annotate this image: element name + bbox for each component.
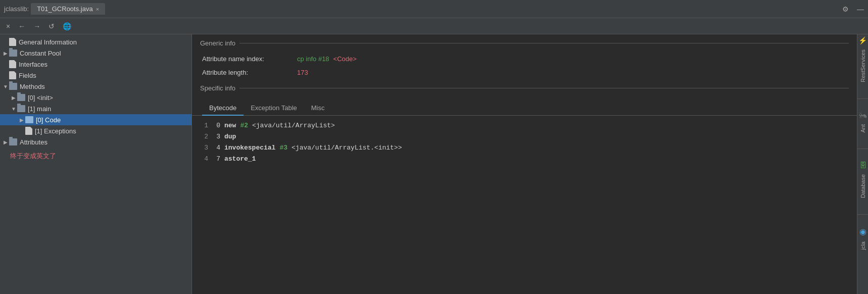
code-icon	[25, 116, 33, 123]
lightning-icon: ⚡	[858, 36, 867, 44]
tree-arrow-constant-pool: ▶	[2, 51, 9, 56]
sidebar-divider-2	[857, 149, 868, 149]
right-sidebar: ⚡ RestServices 🐜 Ant 🗄 Database ◉ jcla	[857, 34, 868, 294]
attribute-name-tag: <Code>	[333, 55, 357, 63]
title-tab[interactable]: T01_GCRoots.java ×	[31, 3, 105, 15]
tree-label-exceptions: [1] Exceptions	[35, 127, 76, 135]
line-num-1: 1	[200, 122, 208, 129]
minimize-icon[interactable]: —	[857, 5, 864, 13]
attribute-length-label: Attribute length:	[202, 69, 293, 76]
sidebar-divider-1	[857, 99, 868, 99]
tree-arrow-main: ▼	[10, 106, 17, 112]
main-content: General Information ▶ Constant Pool Inte…	[0, 34, 868, 294]
folder-icon-main	[17, 105, 25, 112]
toolbar: × ← → ↺ 🌐	[0, 18, 868, 34]
page-icon-general-info	[9, 38, 16, 46]
database-icon: 🗄	[859, 161, 866, 169]
generic-info-label: Generic info	[200, 39, 235, 47]
tab-close-button[interactable]: ×	[96, 6, 99, 12]
ant-icon: 🐜	[858, 111, 867, 119]
sidebar-label-ant[interactable]: Ant	[859, 120, 867, 137]
tab-filename: T01_GCRoots.java	[37, 5, 93, 13]
page-icon-interfaces	[9, 60, 16, 68]
tree-item-methods[interactable]: ▼ Methods	[0, 81, 191, 92]
title-bar-controls: ⚙ —	[842, 5, 864, 13]
folder-icon-methods	[9, 83, 17, 90]
tree-item-exceptions[interactable]: [1] Exceptions	[0, 125, 191, 136]
comment-text: 终于变成英文了	[0, 148, 191, 165]
sidebar-label-jclasslib[interactable]: jcla	[859, 237, 867, 254]
specific-info-header: Specific info	[192, 79, 857, 97]
tree-item-init[interactable]: ▶ [0] <init>	[0, 92, 191, 103]
folder-icon-init	[17, 94, 25, 101]
operand-plain-3: <java/util/ArrayList.<init>>	[292, 144, 402, 152]
offset-2: 3	[212, 133, 220, 140]
tree-label-constant-pool: Constant Pool	[20, 50, 61, 57]
attribute-length-row: Attribute length: 173	[192, 66, 857, 79]
folder-icon-attributes	[9, 138, 17, 145]
tree-arrow-attributes: ▶	[2, 139, 9, 145]
opcode-3: invokespecial	[224, 144, 275, 152]
tab-bytecode[interactable]: Bytecode	[202, 101, 244, 116]
close-button[interactable]: ×	[4, 21, 12, 31]
left-panel: General Information ▶ Constant Pool Inte…	[0, 34, 192, 294]
back-button[interactable]: ←	[16, 21, 27, 31]
operand-green-3: #3	[279, 144, 287, 152]
tree-label-attributes: Attributes	[20, 138, 47, 146]
specific-info-label: Specific info	[200, 84, 235, 92]
attribute-length-value: 173	[297, 69, 308, 76]
tree-label-code: [0] Code	[36, 116, 61, 124]
tab-misc[interactable]: Misc	[304, 101, 332, 116]
tree-label-methods: Methods	[20, 83, 45, 90]
tree-item-fields[interactable]: Fields	[0, 70, 191, 81]
right-panel: Generic info Attribute name index: cp in…	[192, 34, 857, 294]
operand-plain-1: <java/util/ArrayList>	[252, 122, 335, 129]
page-icon-fields	[9, 71, 16, 79]
code-line-2: 2 3 dup	[200, 131, 849, 142]
opcode-1: new	[224, 122, 236, 129]
app-name: jclasslib:	[4, 5, 29, 13]
tree-arrow-methods: ▼	[2, 84, 9, 89]
tree-arrow-code: ▶	[18, 117, 25, 123]
line-num-4: 4	[200, 155, 208, 163]
tree-arrow-init: ▶	[10, 95, 17, 101]
sidebar-label-database[interactable]: Database	[859, 170, 867, 202]
line-num-3: 3	[200, 144, 208, 152]
code-line-3: 3 4 invokespecial #3 <java/util/ArrayLis…	[200, 142, 849, 153]
tabs-row: Bytecode Exception Table Misc	[192, 101, 857, 116]
attribute-name-row: Attribute name index: cp info #18 <Code>	[192, 52, 857, 66]
tree-item-main[interactable]: ▼ [1] main	[0, 103, 191, 114]
sidebar-ant[interactable]: 🐜 Ant	[858, 111, 867, 137]
line-num-2: 2	[200, 133, 208, 140]
sidebar-database[interactable]: 🗄 Database	[859, 161, 867, 202]
tab-exception-table[interactable]: Exception Table	[244, 101, 304, 116]
opcode-2: dup	[224, 133, 236, 140]
opcode-4: astore_1	[224, 155, 256, 163]
tree-item-code[interactable]: ▶ [0] Code	[0, 114, 191, 125]
attribute-name-label: Attribute name index:	[202, 55, 293, 63]
jclasslib-icon: ◉	[859, 227, 866, 236]
page-icon-exceptions	[25, 127, 32, 135]
tree-item-constant-pool[interactable]: ▶ Constant Pool	[0, 47, 191, 59]
tree-label-main: [1] main	[28, 105, 51, 113]
sidebar-label-rest[interactable]: RestServices	[859, 45, 867, 86]
code-area: 1 0 new #2 <java/util/ArrayList> 2 3 dup…	[192, 116, 857, 168]
browser-button[interactable]: 🌐	[61, 21, 73, 31]
generic-info-header: Generic info	[192, 34, 857, 52]
sidebar-jclasslib[interactable]: ◉ jcla	[859, 227, 867, 254]
tree-label-interfaces: Interfaces	[19, 61, 47, 68]
tree-item-attributes[interactable]: ▶ Attributes	[0, 136, 191, 148]
refresh-button[interactable]: ↺	[46, 21, 57, 31]
folder-icon-constant-pool	[9, 50, 17, 57]
tree-item-general-info[interactable]: General Information	[0, 36, 191, 47]
offset-4: 7	[212, 155, 220, 163]
sidebar-rest-services[interactable]: ⚡ RestServices	[858, 36, 867, 86]
forward-button[interactable]: →	[31, 21, 42, 31]
code-line-4: 4 7 astore_1	[200, 153, 849, 164]
offset-1: 0	[212, 122, 220, 129]
tree-item-interfaces[interactable]: Interfaces	[0, 59, 191, 70]
settings-icon[interactable]: ⚙	[842, 5, 849, 13]
title-bar: jclasslib: T01_GCRoots.java × ⚙ —	[0, 0, 868, 18]
sidebar-divider-3	[857, 214, 868, 215]
offset-3: 4	[212, 144, 220, 152]
